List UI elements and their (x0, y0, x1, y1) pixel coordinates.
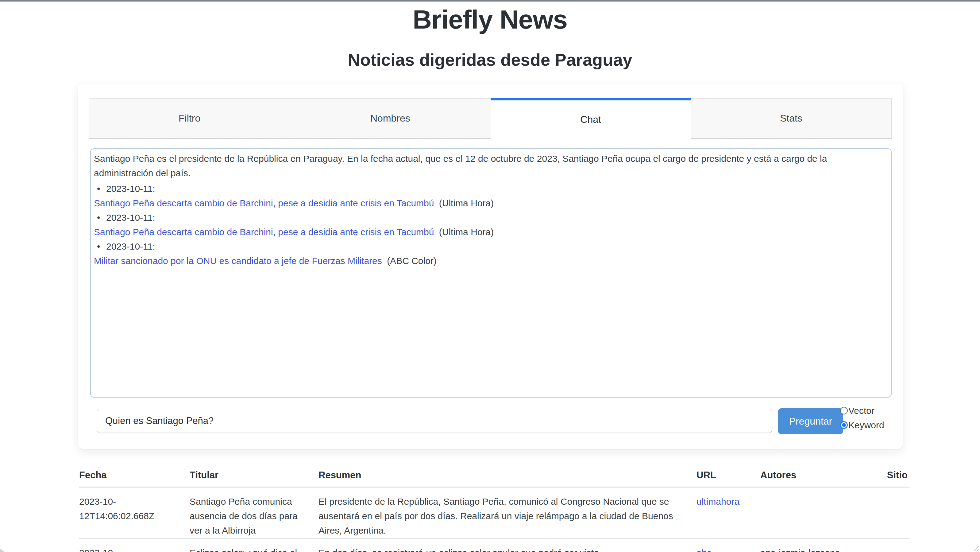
window-top-bar (0, 0, 980, 2)
page-title: Briefly News (0, 4, 980, 35)
cell-autores: ana-jazmin-lezcano (760, 539, 883, 552)
chat-answer-box: Santiago Peña es el presidente de la Rep… (90, 148, 892, 397)
tab-chat[interactable]: Chat (491, 98, 691, 139)
search-mode-radios: Vector Keyword (840, 404, 884, 432)
tab-bar: Filtro Nombres Chat Stats (89, 98, 892, 139)
tab-nombres[interactable]: Nombres (290, 98, 491, 139)
citation-link[interactable]: Santiago Peña descarta cambio de Barchin… (94, 227, 434, 237)
table-header-row: Fecha Titular Resumen URL Autores Sitio (79, 469, 910, 487)
cell-autores (760, 487, 883, 539)
tab-label: Filtro (178, 113, 200, 124)
column-header-url: URL (697, 469, 760, 487)
site-link[interactable]: abc (697, 548, 711, 552)
tab-stats[interactable]: Stats (690, 98, 892, 139)
resize-grip-icon (973, 545, 979, 551)
cell-url: abc (697, 539, 760, 552)
table-row: 2023-10- Eclipse solar: ¿qué dice el En … (79, 539, 910, 552)
cell-url: ultimahora (697, 487, 760, 539)
site-link[interactable]: ultimahora (697, 496, 740, 507)
bullet-icon: • (94, 239, 106, 254)
citation-item: • 2023-10-11: Santiago Peña descarta cam… (94, 210, 888, 239)
table-row: 2023-10-12T14:06:02.668Z Santiago Peña c… (79, 487, 910, 539)
column-header-fecha: Fecha (79, 469, 189, 487)
bullet-icon: • (94, 210, 106, 225)
cell-fecha: 2023-10- (79, 539, 189, 552)
screen-corner (0, 548, 4, 552)
column-header-autores: Autores (760, 469, 883, 487)
radio-selected-icon (840, 421, 848, 429)
question-input[interactable] (97, 409, 772, 433)
cell-resumen: El presidente de la República, Santiago … (318, 487, 697, 539)
citation-date: 2023-10-11: (106, 210, 155, 225)
radio-vector[interactable]: Vector (840, 404, 884, 418)
bullet-icon: • (94, 182, 106, 196)
citation-item: • 2023-10-11: Militar sancionado por la … (94, 239, 888, 268)
tab-label: Stats (780, 113, 802, 124)
cell-resumen: En dos días, se registrará un eclipse so… (318, 539, 697, 552)
radio-keyword[interactable]: Keyword (840, 418, 884, 432)
column-header-resumen: Resumen (318, 469, 697, 487)
radio-unselected-icon (840, 407, 848, 415)
cell-sitio (883, 487, 910, 539)
citation-source: (ABC Color) (387, 256, 437, 266)
column-header-sitio: Sitio (883, 469, 910, 487)
tab-filtro[interactable]: Filtro (89, 98, 290, 139)
cell-titular: Santiago Peña comunica ausencia de dos d… (189, 487, 318, 539)
citation-source: (Ultima Hora) (439, 227, 494, 237)
citation-list: • 2023-10-11: Santiago Peña descarta cam… (94, 182, 888, 268)
cell-fecha: 2023-10-12T14:06:02.668Z (79, 487, 189, 539)
news-table: Fecha Titular Resumen URL Autores Sitio … (79, 469, 910, 552)
main-card: Filtro Nombres Chat Stats Santiago Peña … (78, 83, 903, 449)
citation-date: 2023-10-11: (106, 182, 155, 196)
cell-sitio (883, 539, 910, 552)
chat-answer-text: Santiago Peña es el presidente de la Rep… (94, 152, 888, 180)
cell-titular: Eclipse solar: ¿qué dice el (189, 539, 318, 552)
tab-label: Chat (580, 114, 601, 125)
citation-date: 2023-10-11: (106, 239, 155, 254)
page-subtitle: Noticias digeridas desde Paraguay (0, 50, 980, 70)
citation-link[interactable]: Militar sancionado por la ONU es candida… (94, 256, 382, 266)
column-header-titular: Titular (189, 469, 318, 487)
citation-link[interactable]: Santiago Peña descarta cambio de Barchin… (94, 198, 434, 208)
citation-source: (Ultima Hora) (439, 198, 494, 208)
tab-label: Nombres (370, 113, 410, 124)
citation-item: • 2023-10-11: Santiago Peña descarta cam… (94, 182, 888, 210)
ask-button[interactable]: Preguntar (778, 408, 843, 434)
